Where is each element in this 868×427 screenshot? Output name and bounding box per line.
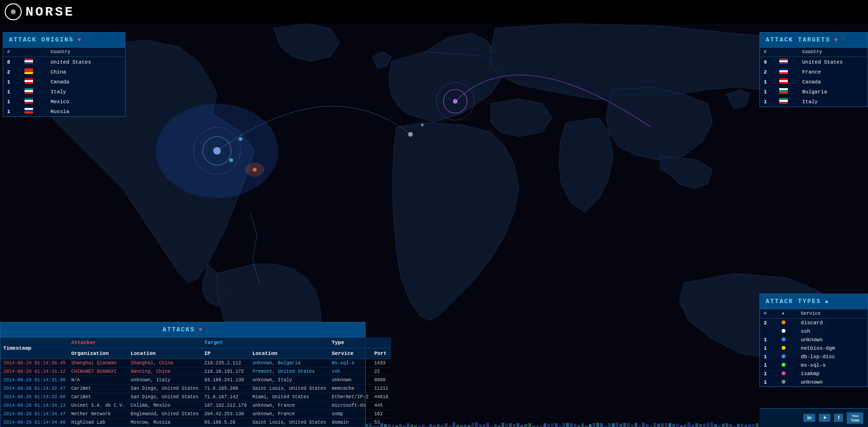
timeline-tick bbox=[452, 422, 455, 427]
target-count: 1 bbox=[760, 77, 776, 87]
timeline-tick bbox=[729, 424, 732, 427]
timeline-tick bbox=[551, 423, 554, 427]
attack-timestamp: 2014-08-26 01:14:34.47 bbox=[0, 410, 68, 419]
timeline-tick bbox=[600, 423, 603, 427]
attack-attacker-loc: Nanning, China bbox=[128, 368, 201, 376]
type-service: netbios-dgm bbox=[797, 344, 868, 353]
svg-rect-29 bbox=[25, 108, 33, 110]
attacks-icon: ♥ bbox=[199, 327, 203, 333]
svg-rect-36 bbox=[779, 70, 788, 72]
attack-service: memcache bbox=[329, 385, 371, 393]
attack-target-loc: unknown, France bbox=[250, 410, 329, 419]
svg-rect-22 bbox=[25, 82, 33, 84]
facebook-button[interactable]: f bbox=[834, 414, 843, 422]
timeline-tick bbox=[752, 424, 755, 427]
target-flag bbox=[776, 97, 799, 107]
svg-rect-26 bbox=[25, 98, 33, 100]
youtube-button[interactable]: YouTube bbox=[847, 412, 863, 424]
attack-targets-header: ATTACK TARGETS ♥ bbox=[760, 33, 868, 48]
type-count: 2 bbox=[760, 319, 778, 328]
type-dot bbox=[778, 344, 797, 353]
list-item: 1 Canada bbox=[760, 77, 868, 87]
type-dot bbox=[778, 353, 797, 361]
svg-rect-42 bbox=[779, 90, 788, 92]
twitter-button[interactable]: ✦ bbox=[819, 414, 830, 422]
logo-icon: ⊗ bbox=[5, 3, 22, 20]
timeline-tick bbox=[627, 423, 630, 427]
attack-target-loc: Miami, United States bbox=[250, 393, 329, 402]
timeline-tick bbox=[672, 424, 675, 427]
social-footer: in ✦ f YouTube bbox=[760, 408, 868, 427]
list-item: 1 db-lsp-disc bbox=[760, 353, 868, 361]
attack-org: N/A bbox=[68, 376, 128, 385]
type-dot bbox=[778, 370, 797, 378]
type-dot bbox=[778, 319, 797, 328]
attack-origins-header: ATTACK ORIGINS ♥ bbox=[3, 33, 125, 48]
svg-rect-33 bbox=[779, 60, 788, 62]
table-row: 2014-08-26 01:14:32.47 CariNet San Diego… bbox=[0, 385, 391, 393]
list-item: 1 Italy bbox=[760, 97, 868, 107]
attack-targets-panel: ATTACK TARGETS ♥ # Country 9 United Stat… bbox=[760, 32, 868, 107]
types-col-count: # bbox=[760, 309, 778, 319]
attack-types-header: ATTACK TYPES ▲ bbox=[760, 294, 868, 309]
timeline-tick bbox=[570, 423, 573, 427]
attack-origins-panel: ATTACK ORIGINS ♥ # Country 8 United Stat… bbox=[3, 32, 125, 117]
timeline-tick bbox=[433, 425, 436, 427]
target-flag bbox=[776, 67, 799, 77]
timeline-tick bbox=[612, 423, 615, 427]
attack-attacker-loc: San Diego, United States bbox=[128, 393, 201, 402]
type-service: ms-sql-s bbox=[797, 361, 868, 370]
col-ip: IP bbox=[201, 348, 250, 359]
timeline-tick bbox=[608, 423, 611, 427]
timeline-tick bbox=[460, 425, 463, 427]
origin-country: United States bbox=[47, 57, 125, 67]
timeline-tick bbox=[520, 425, 523, 427]
type-count: 1 bbox=[760, 378, 778, 386]
timeline-tick bbox=[642, 423, 645, 427]
svg-rect-41 bbox=[779, 88, 788, 90]
attacks-panel: ATTACKS ♥ Timestamp Attacker Target Type… bbox=[0, 322, 366, 427]
attack-attacker-loc: San Diego, United States bbox=[128, 385, 201, 393]
timeline-tick bbox=[668, 423, 671, 427]
table-row: 2014-08-26 01:14:31.80 N/A unknown, Ital… bbox=[0, 376, 391, 385]
origin-count: 1 bbox=[3, 87, 21, 97]
attack-org: CariNet bbox=[68, 393, 128, 402]
timeline-tick bbox=[741, 424, 743, 427]
type-count bbox=[760, 327, 778, 336]
attack-service: ms-sql-s bbox=[329, 359, 371, 368]
type-service: discard bbox=[797, 319, 868, 328]
timeline-tick bbox=[631, 425, 634, 427]
svg-rect-37 bbox=[779, 72, 788, 74]
list-item: ssh bbox=[760, 327, 868, 336]
svg-rect-43 bbox=[779, 92, 788, 94]
attack-service: ssh bbox=[329, 368, 371, 376]
linkedin-button[interactable]: in bbox=[803, 414, 815, 422]
table-row: 2014-08-26 01:14:31.12 CHINANET GUANGXI … bbox=[0, 368, 391, 376]
svg-rect-14 bbox=[25, 58, 33, 60]
col-port: Port bbox=[371, 348, 391, 359]
attack-ip: 93.186.241.139 bbox=[201, 376, 250, 385]
col-target-location: Location bbox=[250, 348, 329, 359]
timeline-tick bbox=[646, 424, 649, 427]
attack-org: CariNet bbox=[68, 385, 128, 393]
type-count: 1 bbox=[760, 344, 778, 353]
svg-rect-27 bbox=[25, 100, 33, 102]
timeline-tick bbox=[661, 423, 664, 427]
timeline-tick bbox=[714, 424, 717, 427]
attack-types-title: ATTACK TYPES bbox=[766, 298, 821, 305]
type-count: 1 bbox=[760, 361, 778, 370]
timeline-tick bbox=[471, 423, 474, 427]
timeline-tick bbox=[501, 423, 504, 427]
attack-timestamp: 2014-08-26 01:14:30.45 bbox=[0, 359, 68, 368]
timeline-tick bbox=[619, 424, 622, 427]
origin-flag bbox=[21, 67, 47, 77]
table-row: 2014-08-26 01:14:33.80 CariNet San Diego… bbox=[0, 393, 391, 402]
list-item: 1 Canada bbox=[3, 77, 125, 87]
attack-types-icon: ▲ bbox=[825, 298, 829, 305]
timeline-tick bbox=[456, 425, 459, 427]
timeline-tick bbox=[505, 424, 508, 427]
attack-ip: 71.6.167.142 bbox=[201, 393, 250, 402]
svg-rect-24 bbox=[25, 90, 33, 92]
attack-target-loc: unknown, Italy bbox=[250, 376, 329, 385]
attack-ip: 204.42.253.130 bbox=[201, 410, 250, 419]
